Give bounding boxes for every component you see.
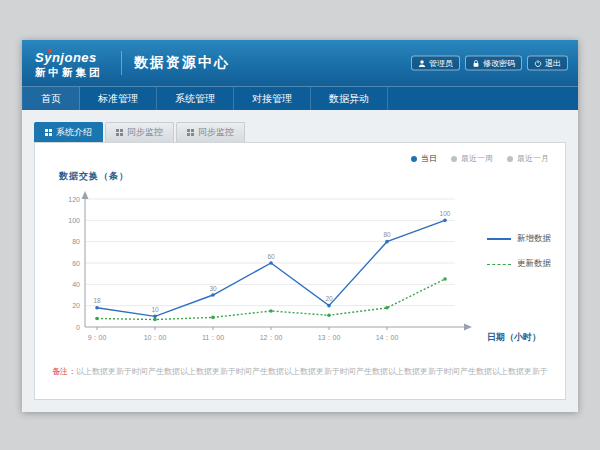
y-axis-title: 数据交换（条） [59, 170, 129, 183]
svg-text:0: 0 [76, 324, 80, 331]
main-nav: 首页 标准管理 系统管理 对接管理 数据异动 [22, 86, 578, 110]
footnote-label: 备注： [52, 367, 76, 376]
content-area: 系统介绍 同步监控 同步监控 当日 [22, 110, 578, 412]
app-header: Synjones 新中新集团 数据资源中心 管理员 修改密码 [22, 40, 578, 86]
legend-item-updated-data[interactable]: 更新数据 [487, 258, 551, 270]
logo-subtext: 新中新集团 [35, 66, 117, 79]
footnote: 备注：以上数据更新于时间产生数据以上数据更新于时间产生数据以上数据更新于时间产生… [45, 366, 555, 377]
svg-text:13：00: 13：00 [318, 334, 341, 341]
filter-label: 最近一月 [517, 153, 549, 164]
legend-label: 新增数据 [517, 233, 551, 245]
tab-sync-monitor-2[interactable]: 同步监控 [176, 122, 245, 142]
svg-text:9：00: 9：00 [88, 334, 107, 341]
tab-label: 系统介绍 [56, 126, 92, 139]
dot-icon [451, 156, 457, 162]
legend-label: 更新数据 [517, 258, 551, 270]
line-chart: 0204060801001209：0010：0011：0012：0013：001… [55, 187, 485, 357]
brand-logo: Synjones 新中新集团 [22, 48, 117, 79]
header-divider [121, 51, 122, 75]
svg-text:80: 80 [72, 238, 80, 245]
legend-item-new-data[interactable]: 新增数据 [487, 233, 551, 245]
tab-system-intro[interactable]: 系统介绍 [34, 122, 103, 142]
nav-item-standard-mgmt[interactable]: 标准管理 [80, 87, 157, 110]
svg-text:10: 10 [151, 306, 159, 313]
logout-icon [534, 59, 542, 67]
logout-button[interactable]: 退出 [527, 56, 568, 71]
dashed-line-sample-icon [487, 264, 511, 265]
nav-item-system-mgmt[interactable]: 系统管理 [157, 87, 234, 110]
x-axis-title: 日期（小时） [487, 331, 541, 344]
nav-item-interface-mgmt[interactable]: 对接管理 [234, 87, 311, 110]
chart-legend: 新增数据 更新数据 [487, 233, 551, 270]
change-password-button[interactable]: 修改密码 [465, 56, 522, 71]
svg-text:20: 20 [325, 295, 333, 302]
tab-sync-monitor-1[interactable]: 同步监控 [105, 122, 174, 142]
tab-label: 同步监控 [127, 126, 163, 139]
svg-text:100: 100 [68, 217, 80, 224]
grid-icon [116, 129, 123, 136]
svg-text:11：00: 11：00 [202, 334, 224, 341]
svg-text:10：00: 10：00 [144, 334, 167, 341]
svg-text:120: 120 [68, 196, 80, 203]
nav-item-home[interactable]: 首页 [22, 87, 80, 110]
chart-panel: 当日 最近一周 最近一月 数据交换（条） 0204060801001209：00… [34, 142, 566, 400]
grid-icon [45, 129, 52, 136]
admin-button[interactable]: 管理员 [411, 56, 460, 71]
app-window: Synjones 新中新集团 数据资源中心 管理员 修改密码 [22, 40, 578, 412]
change-password-button-label: 修改密码 [483, 59, 515, 68]
logo-text: Synjones [35, 51, 97, 64]
user-icon [418, 59, 426, 67]
svg-text:14：00: 14：00 [376, 334, 399, 341]
svg-text:100: 100 [440, 210, 451, 217]
svg-text:12：00: 12：00 [260, 334, 283, 341]
tab-bar: 系统介绍 同步监控 同步监控 [34, 122, 566, 142]
svg-text:80: 80 [383, 231, 391, 238]
header-actions: 管理员 修改密码 退出 [411, 56, 568, 71]
logo-accent-dot [48, 49, 52, 53]
dot-icon [507, 156, 513, 162]
svg-text:60: 60 [72, 260, 80, 267]
svg-text:30: 30 [209, 285, 217, 292]
logout-button-label: 退出 [545, 59, 561, 68]
solid-line-sample-icon [487, 238, 511, 240]
footnote-text: 以上数据更新于时间产生数据以上数据更新于时间产生数据以上数据更新于时间产生数据以… [76, 367, 548, 376]
time-range-filters: 当日 最近一周 最近一月 [411, 153, 549, 164]
svg-text:18: 18 [93, 297, 101, 304]
filter-label: 当日 [421, 153, 437, 164]
logo-wordmark: Synjones [35, 50, 97, 65]
admin-button-label: 管理员 [429, 59, 453, 68]
svg-text:40: 40 [72, 281, 80, 288]
filter-last-month[interactable]: 最近一月 [507, 153, 549, 164]
dot-icon [411, 156, 417, 162]
svg-text:60: 60 [267, 253, 275, 260]
tab-label: 同步监控 [198, 126, 234, 139]
grid-icon [187, 129, 194, 136]
filter-label: 最近一周 [461, 153, 493, 164]
svg-text:20: 20 [72, 302, 80, 309]
filter-today[interactable]: 当日 [411, 153, 437, 164]
app-title: 数据资源中心 [134, 54, 230, 72]
nav-item-data-changes[interactable]: 数据异动 [311, 87, 388, 110]
filter-last-week[interactable]: 最近一周 [451, 153, 493, 164]
lock-icon [472, 59, 480, 67]
